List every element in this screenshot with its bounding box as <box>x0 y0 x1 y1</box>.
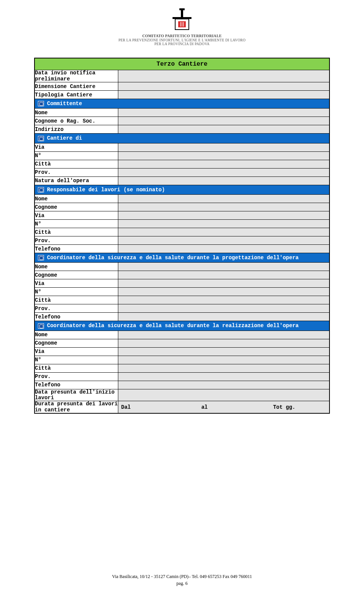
label-prov-1: Prov. <box>35 168 118 176</box>
org-text: COMITATO PARITETICO TERRITORIALE PER LA … <box>34 34 330 46</box>
bullet-icon <box>38 323 44 329</box>
label-n-3: N° <box>35 288 118 296</box>
label-prov-4: Prov. <box>35 372 118 381</box>
label-n-2: N° <box>35 220 118 228</box>
org-line1: COMITATO PARITETICO TERRITORIALE <box>34 34 330 38</box>
input-telefono-3[interactable] <box>118 313 329 321</box>
input-prov-1[interactable] <box>118 168 329 176</box>
org-line2: PER LA PREVENZIONE INFORTUNI, L'IGIENE E… <box>34 38 330 43</box>
input-natura[interactable] <box>118 176 329 185</box>
label-via-3: Via <box>35 279 118 288</box>
input-n-2[interactable] <box>118 220 329 228</box>
label-via-1: Via <box>35 143 118 151</box>
section-committente: Committente <box>35 99 329 109</box>
label-indirizzo: Indirizzo <box>35 125 118 134</box>
label-cognome-3: Cognome <box>35 271 118 279</box>
input-dimensione[interactable] <box>118 82 329 91</box>
input-prov-4[interactable] <box>118 372 329 381</box>
input-cognome-3[interactable] <box>118 271 329 279</box>
label-n-1: N° <box>35 151 118 160</box>
footer-address: Via Basilicata, 10/12 - 35127 Camin (PD)… <box>0 574 364 580</box>
section-cantiere-di: Cantiere di <box>35 134 329 143</box>
label-citta-4: Città <box>35 364 118 372</box>
bullet-icon <box>38 136 44 141</box>
label-data-invio: Data invio notifica preliminare <box>35 70 118 82</box>
input-citta-2[interactable] <box>118 228 329 236</box>
input-via-4[interactable] <box>118 347 329 356</box>
label-nome-4: Nome <box>35 331 118 339</box>
input-prov-2[interactable] <box>118 236 329 245</box>
svg-rect-0 <box>179 8 185 10</box>
svg-rect-1 <box>181 10 183 18</box>
label-nome-3: Nome <box>35 263 118 271</box>
form-title: Terzo Cantiere <box>35 58 329 70</box>
durata-al-input[interactable] <box>215 403 270 412</box>
input-via-2[interactable] <box>118 211 329 220</box>
label-prov-3: Prov. <box>35 304 118 313</box>
input-nome-4[interactable] <box>118 331 329 339</box>
input-via-1[interactable] <box>118 143 329 151</box>
label-natura: Natura dell'opera <box>35 176 118 185</box>
bullet-icon <box>38 101 44 106</box>
section-coord-real: Coordinatore della sicurezza e della sal… <box>35 321 329 331</box>
label-dimensione: Dimensione Cantiere <box>35 82 118 91</box>
input-cognome-2[interactable] <box>118 203 329 211</box>
footer-page: pag. 6 <box>0 581 364 586</box>
logo <box>171 8 193 33</box>
label-nome-1: Nome <box>35 109 118 117</box>
input-telefono-4[interactable] <box>118 381 329 389</box>
title-row: Terzo Cantiere <box>35 58 329 70</box>
label-data-presunta: Data presunta dell'inizio lavori <box>35 389 118 401</box>
input-indirizzo[interactable] <box>118 125 329 134</box>
input-nome-3[interactable] <box>118 263 329 271</box>
document-header: COMITATO PARITETICO TERRITORIALE PER LA … <box>34 8 330 46</box>
label-tipologia: Tipologia Cantiere <box>35 91 118 99</box>
label-n-4: N° <box>35 356 118 364</box>
input-data-invio[interactable] <box>118 70 329 82</box>
bullet-icon <box>38 187 44 192</box>
section-responsabile: Responsabile dei lavori (se nominato) <box>35 185 329 194</box>
bullet-icon <box>38 255 44 260</box>
input-telefono-2[interactable] <box>118 245 329 253</box>
durata-dal-input[interactable] <box>139 403 198 412</box>
input-citta-3[interactable] <box>118 296 329 304</box>
durata-dal-label: Dal <box>118 403 140 412</box>
label-cognome-4: Cognome <box>35 339 118 347</box>
input-cognome-rag[interactable] <box>118 117 329 125</box>
label-citta-1: Città <box>35 160 118 168</box>
input-citta-4[interactable] <box>118 364 329 372</box>
input-n-4[interactable] <box>118 356 329 364</box>
label-citta-2: Città <box>35 228 118 236</box>
input-tipologia[interactable] <box>118 91 329 99</box>
logo-icon <box>171 8 193 31</box>
label-via-4: Via <box>35 347 118 356</box>
label-via-2: Via <box>35 211 118 220</box>
label-telefono-4: Telefono <box>35 381 118 389</box>
input-via-3[interactable] <box>118 279 329 288</box>
input-data-presunta[interactable] <box>118 389 329 401</box>
label-durata-presunta: Durata presunta dei lavori in cantiere <box>35 401 118 413</box>
label-nome-2: Nome <box>35 195 118 203</box>
durata-tot-input[interactable] <box>304 403 329 412</box>
label-citta-3: Città <box>35 296 118 304</box>
org-line3: PER LA PROVINCIA DI PADOVA <box>34 42 330 46</box>
input-cognome-4[interactable] <box>118 339 329 347</box>
input-nome-2[interactable] <box>118 195 329 203</box>
form-table: Terzo Cantiere Data invio notifica preli… <box>34 58 330 414</box>
input-n-1[interactable] <box>118 151 329 160</box>
section-coord-prog: Coordinatore della sicurezza e della sal… <box>35 253 329 263</box>
durata-al-label: al <box>198 403 215 412</box>
label-telefono-2: Telefono <box>35 245 118 253</box>
durata-cell: Dal al Tot gg. <box>118 401 329 413</box>
input-citta-1[interactable] <box>118 160 329 168</box>
input-prov-3[interactable] <box>118 304 329 313</box>
input-n-3[interactable] <box>118 288 329 296</box>
label-telefono-3: Telefono <box>35 313 118 321</box>
input-nome-1[interactable] <box>118 109 329 117</box>
label-cognome-2: Cognome <box>35 203 118 211</box>
durata-tot-label: Tot gg. <box>270 403 304 412</box>
page-footer: Via Basilicata, 10/12 - 35127 Camin (PD)… <box>0 574 364 586</box>
label-prov-2: Prov. <box>35 236 118 245</box>
label-cognome-rag: Cognome o Rag. Soc. <box>35 117 118 125</box>
